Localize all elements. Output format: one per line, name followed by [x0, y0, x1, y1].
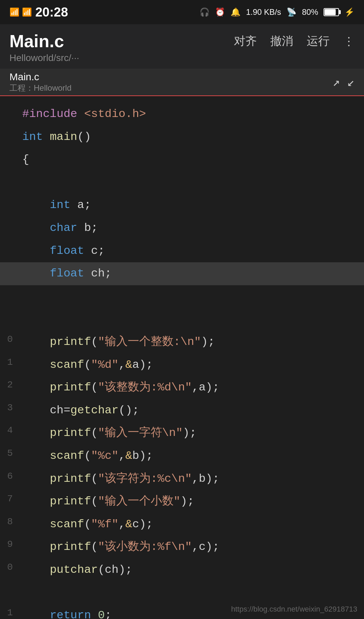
code-line	[0, 171, 364, 194]
undo-button[interactable]: 撤消	[270, 33, 293, 49]
line-number: 2	[0, 376, 17, 399]
code-content: printf("输入一个整数:\n");	[17, 331, 364, 354]
code-content	[17, 581, 364, 604]
line-number	[0, 285, 17, 308]
expand-button[interactable]: ↗ ↙	[333, 75, 355, 90]
more-button[interactable]: ⋮	[343, 34, 355, 48]
code-content: scanf("%f",&c);	[17, 513, 364, 536]
line-number	[0, 103, 17, 126]
code-line: int a;	[0, 194, 364, 217]
code-content: char b;	[17, 217, 364, 240]
header-top: Main.c 对齐 撤消 运行 ⋮	[9, 31, 355, 51]
wifi-icon: 📡	[286, 7, 297, 17]
expand-icon-top: ↗ ↙	[333, 75, 355, 90]
code-content	[17, 285, 364, 308]
code-area[interactable]: #include <stdio.h> int main() { int a; c…	[0, 96, 364, 619]
code-line	[0, 581, 364, 604]
code-content: ch=getchar();	[17, 399, 364, 422]
watermark: https://blog.csdn.net/weixin_62918713	[231, 605, 357, 614]
charging-icon: ⚡	[344, 7, 355, 17]
code-content: printf("该字符为:%c\n",b);	[17, 468, 364, 491]
code-content: int main()	[17, 126, 364, 149]
signal-icon: 📶 📶	[9, 7, 32, 17]
line-number: 7	[0, 490, 17, 513]
code-line: 7 printf("输入一个小数");	[0, 490, 364, 513]
code-content: scanf("%c",&b);	[17, 445, 364, 468]
status-left: 📶 📶 20:28	[9, 5, 68, 20]
code-content: printf("该整数为:%d\n",a);	[17, 376, 364, 399]
line-number: 0	[0, 331, 17, 354]
line-number: 9	[0, 536, 17, 559]
line-number	[0, 194, 17, 217]
file-path: Helloworld/src/···	[9, 53, 79, 63]
code-content: putchar(ch);	[17, 559, 364, 582]
code-content: int a;	[17, 194, 364, 217]
project-name: Helloworld	[34, 83, 71, 92]
code-content: scanf("%d",&a);	[17, 354, 364, 377]
mute-icon: 🔔	[231, 7, 241, 17]
headphone-icon: 🎧	[200, 7, 210, 17]
battery-percent: 80%	[302, 7, 318, 17]
code-content: printf("输入一字符\n");	[17, 422, 364, 445]
code-line	[0, 308, 364, 331]
status-right: 🎧 ⏰ 🔔 1.90 KB/s 📡 80% ⚡	[200, 7, 355, 17]
code-line: char b;	[0, 217, 364, 240]
code-line: 6 printf("该字符为:%c\n",b);	[0, 468, 364, 491]
line-number: 5	[0, 445, 17, 468]
line-number: 6	[0, 468, 17, 491]
line-number	[0, 308, 17, 331]
line-number: 0	[0, 559, 17, 582]
code-content: #include <stdio.h>	[17, 103, 364, 126]
line-number	[0, 262, 17, 285]
header: Main.c 对齐 撤消 运行 ⋮ Helloworld/src/···	[0, 24, 364, 69]
align-button[interactable]: 对齐	[234, 33, 257, 49]
line-number	[0, 171, 17, 194]
tab-project: 工程：Helloworld	[9, 83, 71, 93]
code-line: 1 scanf("%d",&a);	[0, 354, 364, 377]
code-line: 3 ch=getchar();	[0, 399, 364, 422]
code-content	[17, 171, 364, 194]
code-content: {	[17, 148, 364, 171]
code-line: float c;	[0, 240, 364, 263]
code-line: int main()	[0, 126, 364, 149]
tab-filename[interactable]: Main.c	[9, 71, 71, 83]
line-number	[0, 581, 17, 604]
line-number: 1	[0, 354, 17, 377]
code-line: 2 printf("该整数为:%d\n",a);	[0, 376, 364, 399]
code-line: 5 scanf("%c",&b);	[0, 445, 364, 468]
line-number: 3	[0, 399, 17, 422]
project-label: 工程：	[9, 83, 34, 92]
code-content: float c;	[17, 240, 364, 263]
code-line	[0, 285, 364, 308]
code-line: 0 putchar(ch);	[0, 559, 364, 582]
status-bar: 📶 📶 20:28 🎧 ⏰ 🔔 1.90 KB/s 📡 80% ⚡	[0, 0, 364, 24]
code-line: {	[0, 148, 364, 171]
code-line: 8 scanf("%f",&c);	[0, 513, 364, 536]
code-content: printf("该小数为:%f\n",c);	[17, 536, 364, 559]
header-actions: 对齐 撤消 运行 ⋮	[234, 33, 355, 49]
speed-text: 1.90 KB/s	[246, 7, 281, 17]
code-content: printf("输入一个小数");	[17, 490, 364, 513]
line-number: 4	[0, 422, 17, 445]
tab-bar: Main.c 工程：Helloworld ↗ ↙	[0, 69, 364, 96]
line-number: 8	[0, 513, 17, 536]
alarm-icon: ⏰	[215, 7, 225, 17]
battery-icon	[324, 8, 339, 16]
line-number	[0, 217, 17, 240]
file-title: Main.c	[9, 31, 64, 51]
code-line: 9 printf("该小数为:%f\n",c);	[0, 536, 364, 559]
code-content: float ch;	[17, 262, 364, 285]
code-line: 4 printf("输入一字符\n");	[0, 422, 364, 445]
code-content	[17, 308, 364, 331]
code-line-highlighted: float ch;	[0, 262, 364, 285]
code-line: #include <stdio.h>	[0, 103, 364, 126]
status-time: 20:28	[35, 5, 68, 20]
code-line: 0 printf("输入一个整数:\n");	[0, 331, 364, 354]
line-number	[0, 126, 17, 149]
line-number	[0, 240, 17, 263]
line-number	[0, 148, 17, 171]
line-number: 1	[0, 604, 17, 619]
run-button[interactable]: 运行	[307, 33, 330, 49]
tab-info: Main.c 工程：Helloworld	[9, 71, 71, 93]
